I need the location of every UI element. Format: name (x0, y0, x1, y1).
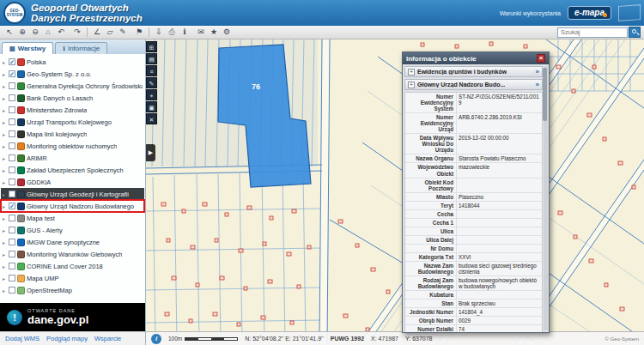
measure-area-button[interactable]: ▱ (104, 27, 116, 38)
pointer-tool-button[interactable]: ↖ (3, 27, 15, 38)
info-tool-button[interactable]: ℹ (179, 27, 191, 38)
layer-checkbox[interactable] (9, 118, 15, 125)
layer-checkbox[interactable] (9, 179, 15, 185)
scrollbar-thumb[interactable] (543, 68, 547, 121)
layer-checkbox[interactable] (9, 203, 15, 209)
sidebar-layer-mapa-test[interactable]: ▸Mapa test (1, 212, 144, 224)
map-side-tool-select[interactable]: ▣ (146, 101, 157, 112)
layer-checkbox[interactable] (9, 94, 15, 101)
layer-checkbox[interactable] (9, 166, 15, 173)
draw-button[interactable]: ✎ (117, 27, 129, 38)
expander-icon[interactable]: ▸ (3, 83, 7, 89)
marker-button[interactable]: ⚑ (133, 27, 145, 38)
layer-checkbox[interactable] (9, 239, 15, 245)
sidebar-layer-osm[interactable]: ▸OpenStreetMap (1, 284, 144, 296)
map-side-tool-expand[interactable]: ⊞ (146, 41, 157, 52)
expander-icon[interactable]: ▸ (3, 288, 7, 294)
layer-checkbox[interactable] (9, 106, 15, 113)
cadastral-map[interactable]: 76 (146, 39, 644, 345)
expander-icon[interactable]: ▸ (3, 215, 7, 221)
layer-checkbox[interactable] (9, 58, 15, 65)
sidebar-layer-gddkia[interactable]: ▸GDDKiA (1, 176, 144, 188)
map-side-tool-layers[interactable]: ▤ (146, 53, 157, 64)
sidebar-layer-gus[interactable]: ▸GUS - Alerty (1, 224, 144, 236)
sidebar-layer-imgw[interactable]: ▸IMGW Dane synoptyczne (1, 236, 144, 248)
search-input[interactable] (557, 27, 628, 38)
expander-icon[interactable]: ▸ (3, 143, 7, 149)
emapa-logo[interactable]: e-mapa (568, 6, 611, 20)
layer-checkbox[interactable] (9, 142, 15, 149)
sidebar-collapse-handle[interactable]: ▶ (146, 144, 155, 161)
map-canvas[interactable]: 76 ⊞ ▤ ≡ ✎ ⌖ ▣ ✕ ▶ Informacja o obiekcie… (146, 39, 644, 345)
sidebar-layer-gdos[interactable]: ▸Generalna Dyrekcja Ochrony Środowiska (1, 80, 144, 92)
layer-checkbox[interactable] (9, 154, 15, 161)
sidebar-layer-zus[interactable]: ▸Zakład Ubezpieczeń Społecznych (1, 164, 144, 176)
dane-gov-banner[interactable]: ! OTWARTE DANE dane.gov.pl (0, 303, 145, 331)
layer-checkbox[interactable] (9, 70, 15, 77)
settings-button[interactable]: ⚙ (221, 27, 233, 38)
sidebar-layer-gleby[interactable]: ▸Monitoring Warunków Glebowych (1, 248, 144, 260)
contact-button[interactable]: ✉ (195, 27, 207, 38)
home-extent-button[interactable]: ⌂ (42, 27, 54, 38)
zoom-in-button[interactable]: ⊕ (16, 27, 28, 38)
add-wms-link[interactable]: Dodaj WMS (5, 335, 39, 342)
expander-icon[interactable]: ▸ (3, 155, 7, 161)
sidebar-layer-arimr[interactable]: ▸ARiMR (1, 152, 144, 164)
crs-label[interactable]: PUWG 1992 (331, 336, 364, 342)
layer-checkbox[interactable] (9, 287, 15, 294)
expander-icon[interactable]: ▸ (3, 203, 7, 209)
prev-view-button[interactable]: ↶ (55, 27, 67, 38)
accordion-egib[interactable]: + Ewidencja gruntów i budynków » (404, 66, 543, 77)
measure-length-button[interactable]: ∠ (91, 27, 103, 38)
layer-checkbox[interactable] (9, 251, 15, 257)
sidebar-layer-polska[interactable]: ▸Polska (1, 56, 144, 68)
expander-icon[interactable]: ▸ (3, 275, 7, 281)
map-side-tool-close[interactable]: ✕ (146, 113, 157, 124)
sidebar-layer-monitoring[interactable]: ▸Monitoring obiektów ruchomych (1, 140, 144, 152)
map-preview-link[interactable]: Podgląd mapy (46, 335, 88, 342)
expander-icon[interactable]: ▸ (3, 167, 7, 173)
map-side-tool-draw[interactable]: ✎ (146, 77, 157, 88)
info-panel-header[interactable]: Informacja o obiekcie × (403, 52, 549, 64)
map-side-tool-center[interactable]: ⌖ (146, 89, 157, 100)
layer-checkbox[interactable] (9, 275, 15, 281)
sidebar-layer-mz[interactable]: ▸Ministerstwo Zdrowia (1, 104, 144, 116)
next-view-button[interactable]: ↷ (71, 27, 83, 38)
tab-informacje[interactable]: ℹ Informacje (55, 42, 107, 54)
expander-icon[interactable]: ▸ (3, 179, 7, 185)
expander-icon[interactable]: ▸ (3, 131, 7, 137)
search-button[interactable] (629, 27, 641, 38)
sidebar-layer-bdl[interactable]: ▸Bank Danych o Lasach (1, 92, 144, 104)
accordion-gunb[interactable]: + Główny Urząd Nadzoru Budo... » (404, 79, 543, 90)
layer-checkbox[interactable] (9, 82, 15, 89)
print-button[interactable]: ⎙ (166, 27, 178, 38)
map-side-tool-legend[interactable]: ≡ (146, 65, 157, 76)
favorites-button[interactable]: ★ (208, 27, 220, 38)
layer-checkbox[interactable] (9, 130, 15, 137)
expander-icon[interactable]: ▸ (3, 71, 7, 77)
expander-icon[interactable]: ▸ (3, 227, 7, 233)
sidebar-layer-geosystem[interactable]: ▸Geo-System Sp. z o.o. (1, 68, 144, 80)
layer-checkbox[interactable] (9, 215, 15, 221)
zoom-out-button[interactable]: ⊖ (29, 27, 41, 38)
panel-scrollbar[interactable] (544, 66, 548, 330)
sidebar-layer-ump[interactable]: ▸Mapa UMP (1, 272, 144, 284)
expander-icon[interactable]: ▸ (3, 263, 7, 269)
expander-icon[interactable]: ▸ (3, 239, 7, 245)
support-link[interactable]: Wsparcie (94, 335, 121, 342)
locate-button[interactable]: i (151, 334, 161, 344)
sidebar-layer-gunb[interactable]: ▸Główny Urząd Nadzoru Budowlanego (1, 200, 144, 212)
close-icon[interactable]: × (537, 54, 545, 63)
terms-link[interactable]: Warunki wykorzystania (500, 10, 561, 16)
sidebar-layer-corine[interactable]: ▸CORINE Land Cover 2018 (1, 260, 144, 272)
sidebar-layer-gugik[interactable]: ▸Główny Urząd Geodezji i Kartografii (1, 188, 144, 200)
sidebar-layer-utk[interactable]: ▸Urząd Transportu Kolejowego (1, 116, 144, 128)
layer-checkbox[interactable] (9, 263, 15, 269)
expander-icon[interactable]: ▸ (3, 191, 7, 197)
expander-icon[interactable]: ▸ (3, 107, 7, 113)
layer-checkbox[interactable] (9, 227, 15, 233)
sidebar-layer-koleje[interactable]: ▸Mapa linii kolejowych (1, 128, 144, 140)
tab-warstwy[interactable]: ▤ Warstwy (2, 42, 53, 54)
layer-checkbox[interactable] (9, 191, 15, 197)
download-button[interactable]: ⇩ (153, 27, 165, 38)
